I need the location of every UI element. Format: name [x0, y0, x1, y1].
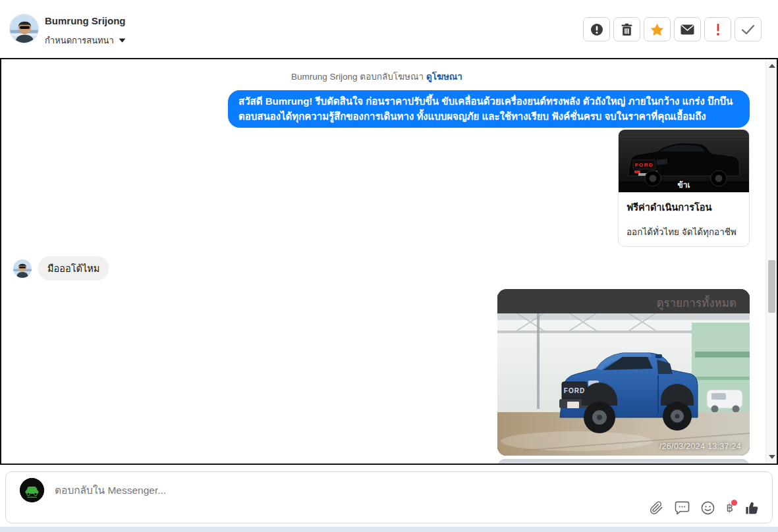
avatar: [13, 259, 32, 278]
ad-card-title: ฟรีค่าดำเนินการโอน: [626, 200, 741, 215]
photo-attachment[interactable]: ดูรายการทั้งหมด: [497, 289, 750, 456]
trash-icon: [621, 23, 633, 36]
caret-down-icon: [119, 38, 126, 43]
smiley-icon: [701, 501, 715, 515]
comment-icon: [675, 501, 690, 515]
message-thread: Bumrung Srijong ตอบกลับโฆษณา ดูโฆษณา สวั…: [0, 58, 778, 465]
reply-composer: ฿: [5, 471, 773, 523]
scroll-down-arrow-icon[interactable]: [769, 455, 775, 459]
attach-button[interactable]: [650, 501, 663, 515]
avatar-photo: [10, 14, 39, 43]
composer-toolbar: ฿: [650, 500, 760, 516]
next-photo-attachment-partial[interactable]: [497, 459, 750, 465]
payment-button[interactable]: ฿: [726, 502, 733, 514]
page-logo-car-icon: [20, 478, 44, 502]
page-avatar: [20, 478, 44, 502]
envelope-icon: [681, 24, 694, 35]
check-icon: [741, 24, 755, 35]
star-icon: [650, 23, 664, 36]
conversation-menu-label: กำหนดการสนทนา: [45, 34, 114, 47]
saved-replies-button[interactable]: [675, 501, 690, 515]
notification-dot: [731, 500, 737, 506]
conversation-menu-button[interactable]: กำหนดการสนทนา: [45, 34, 126, 47]
photo-top-band: ดูรายการทั้งหมด: [497, 289, 750, 313]
reply-input[interactable]: [55, 483, 608, 498]
ad-card-subtitle: ออกได้ทั่วไทย จัดได้ทุกอาชีพ: [626, 225, 741, 239]
horizontal-scrollbar-track: [0, 527, 778, 532]
paperclip-icon: [650, 501, 663, 515]
report-button[interactable]: [583, 17, 610, 41]
scrollbar-thumb[interactable]: [768, 260, 775, 313]
contact-name: Bumrung Srijong: [45, 15, 126, 26]
incoming-message-row: มือออโต้ไหม: [13, 256, 109, 280]
emoji-button[interactable]: [701, 501, 715, 515]
card-image-watermark: ข้าเ: [619, 178, 749, 191]
avatar-photo: [13, 259, 32, 278]
thumbs-up-icon: [744, 500, 760, 516]
conversation-header: Bumrung Srijong กำหนดการสนทนา: [0, 0, 778, 58]
like-button[interactable]: [744, 500, 760, 516]
important-button[interactable]: [704, 17, 731, 41]
chat-scrollbar[interactable]: [765, 59, 777, 464]
incoming-message-bubble: มือออโต้ไหม: [38, 256, 109, 280]
conversation-actions: [583, 17, 762, 41]
exclamation-icon: [715, 23, 721, 36]
ad-card-attachment[interactable]: FORD ข้าเ ฟรีค่าดำเนินการโอน ออกได้ทั่วไ…: [618, 129, 750, 247]
ad-card-image: FORD ข้าเ: [619, 130, 749, 192]
card-truck-brand: FORD: [635, 162, 654, 168]
photo-overlay-text: ดูรายการทั้งหมด: [656, 294, 736, 311]
photo-timestamp: /26/03/2024 13:37:24: [659, 442, 741, 451]
message-button[interactable]: [674, 17, 701, 41]
exclamation-circle-icon: [590, 23, 603, 36]
blue-truck-image: FORD: [497, 313, 750, 456]
delete-button[interactable]: [613, 17, 640, 41]
favorite-button[interactable]: [644, 17, 671, 41]
scroll-up-arrow-icon[interactable]: [769, 64, 775, 68]
view-ad-link[interactable]: ดูโฆษณา: [426, 72, 462, 82]
outgoing-message-bubble: สวัสดี Bumrung! รีบตัดสินใจ ก่อนราคาปรับ…: [228, 90, 750, 128]
avatar[interactable]: [9, 14, 39, 43]
ad-context-line: Bumrung Srijong ตอบกลับโฆษณา ดูโฆษณา: [1, 69, 752, 84]
ad-context-text: Bumrung Srijong ตอบกลับโฆษณา: [291, 72, 424, 82]
photo-truck-brand: FORD: [564, 387, 585, 394]
done-button[interactable]: [735, 17, 762, 41]
